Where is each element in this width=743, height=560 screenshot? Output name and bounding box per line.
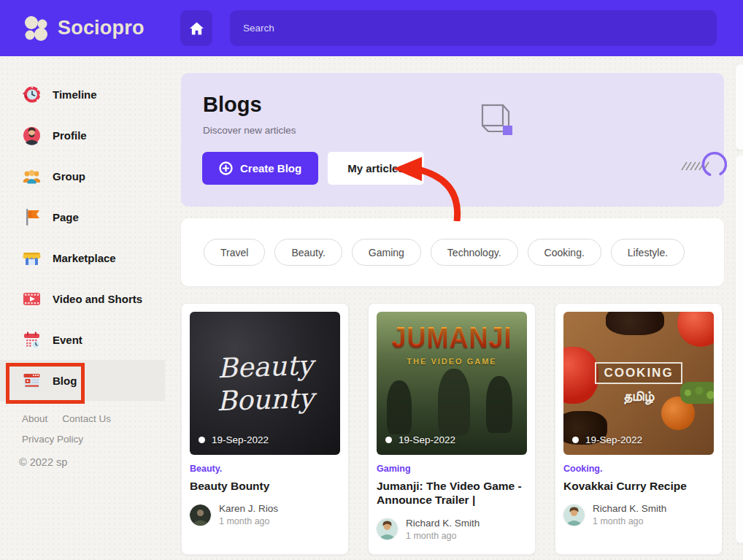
article-thumbnail: COOKING தமிழ் 19-Sep-2022 — [563, 312, 714, 455]
sidebar-item-label: Video and Shorts — [53, 293, 142, 305]
blogs-hero-card: Blogs Discover new articles Create Blog … — [181, 73, 724, 207]
brand-logo[interactable]: Sociopro — [20, 0, 145, 56]
sidebar-item-label: Profile — [53, 129, 87, 142]
article-date: 19-Sep-2022 — [385, 434, 455, 445]
article-title[interactable]: Kovakkai Curry Recipe — [563, 479, 714, 493]
app-header: Sociopro — [0, 0, 743, 56]
thumbnail-figure — [680, 382, 714, 404]
thumbnail-figure — [438, 369, 470, 436]
thumbnail-figure — [563, 347, 598, 404]
page-title: Blogs — [203, 93, 262, 117]
article-time-ago: 1 month ago — [593, 516, 666, 526]
thumbnail-subtext: THE VIDEO GAME — [377, 357, 527, 366]
sidebar-nav: Timeline Profile Group — [0, 74, 181, 401]
thumbnail-text: Beauty — [217, 350, 313, 385]
article-card[interactable]: JUMANJI THE VIDEO GAME 19-Sep-2022 Gamin… — [368, 303, 536, 555]
sidebar-item-blog[interactable]: Blog — [0, 360, 165, 401]
brand-name: Sociopro — [58, 17, 145, 39]
article-thumbnail: Beauty Bounty 19-Sep-2022 — [190, 312, 340, 455]
sidebar-item-label: Group — [53, 170, 85, 183]
bullet-dot-icon — [572, 437, 579, 443]
article-card[interactable]: Beauty Bounty 19-Sep-2022 Beauty. Beauty… — [181, 303, 349, 555]
article-time-ago: 1 month ago — [219, 516, 278, 526]
bullet-dot-icon — [199, 437, 205, 443]
sidebar-item-video-and-shorts[interactable]: Video and Shorts — [0, 278, 165, 319]
sidebar-item-label: Page — [53, 211, 79, 223]
home-icon — [190, 22, 204, 35]
article-author-row: Karen J. Rios 1 month ago — [190, 503, 340, 526]
contact-us-link[interactable]: Contact Us — [62, 413, 111, 424]
my-articles-button[interactable]: My articles — [328, 152, 424, 185]
sidebar-item-label: Blog — [53, 375, 77, 387]
article-thumbnail: JUMANJI THE VIDEO GAME 19-Sep-2022 — [377, 312, 527, 455]
article-author-row: Richard K. Smith 1 month ago — [377, 518, 527, 541]
author-avatar — [563, 505, 585, 526]
right-edge-partial-card — [736, 64, 743, 150]
squiggle-decoration — [679, 148, 727, 185]
article-category[interactable]: Gaming — [377, 464, 527, 474]
timeline-clock-icon — [22, 85, 42, 104]
thumbnail-figure — [387, 380, 412, 434]
sidebar-item-event[interactable]: Event — [0, 319, 165, 360]
thumbnail-figure — [606, 312, 664, 335]
sidebar-item-label: Timeline — [53, 88, 97, 101]
sociopro-logo-icon — [20, 13, 51, 44]
article-category[interactable]: Beauty. — [190, 464, 340, 474]
sidebar-item-group[interactable]: Group — [0, 156, 165, 196]
article-date: 19-Sep-2022 — [572, 434, 642, 445]
category-pill-gaming[interactable]: Gaming — [352, 239, 421, 266]
thumbnail-text: Bounty — [216, 383, 314, 418]
right-edge-partial-card — [736, 155, 743, 543]
blog-window-icon — [22, 371, 42, 391]
page-subtitle: Discover new articles — [203, 125, 296, 136]
category-pill-lifestyle[interactable]: Lifestyle. — [611, 239, 685, 266]
author-name[interactable]: Karen J. Rios — [219, 503, 278, 514]
sidebar-item-label: Event — [53, 334, 82, 346]
article-date: 19-Sep-2022 — [199, 434, 269, 445]
thumbnail-figure — [677, 312, 714, 347]
article-category[interactable]: Cooking. — [563, 464, 714, 474]
cube-decoration-icon — [475, 102, 515, 139]
sidebar-item-page[interactable]: Page — [0, 196, 165, 237]
sidebar-item-marketplace[interactable]: Marketplace — [0, 237, 165, 278]
sidebar-item-timeline[interactable]: Timeline — [0, 74, 165, 115]
copyright-text: © 2022 sp — [19, 456, 67, 468]
categories-card: Travel Beauty. Gaming Technology. Cookin… — [181, 218, 724, 286]
sidebar-item-label: Marketplace — [53, 252, 116, 264]
article-title[interactable]: Jumanji: The Video Game - Announce Trail… — [377, 479, 527, 507]
sidebar-item-profile[interactable]: Profile — [0, 115, 165, 156]
article-title[interactable]: Beauty Bounty — [190, 479, 340, 493]
thumbnail-text: COOKING — [595, 362, 682, 384]
thumbnail-text: JUMANJI — [377, 320, 527, 355]
author-avatar — [377, 518, 398, 540]
author-avatar — [190, 505, 211, 526]
page-flag-icon — [22, 207, 42, 227]
plus-circle-icon — [219, 161, 233, 175]
thumbnail-figure — [486, 376, 512, 433]
bullet-dot-icon — [385, 437, 392, 443]
profile-avatar-icon — [22, 126, 42, 145]
privacy-policy-link[interactable]: Privacy Policy — [22, 434, 83, 445]
page-background: Sociopro Timeline — [0, 0, 743, 560]
my-articles-label: My articles — [347, 162, 404, 174]
category-pill-cooking[interactable]: Cooking. — [528, 239, 601, 266]
article-card[interactable]: COOKING தமிழ் 19-Sep-2022 Cooking. Kovak… — [555, 303, 723, 555]
about-link[interactable]: About — [22, 413, 47, 424]
create-blog-button[interactable]: Create Blog — [202, 152, 318, 185]
group-people-icon — [22, 166, 42, 186]
video-player-icon — [22, 289, 42, 309]
home-button[interactable] — [180, 10, 212, 46]
search-input[interactable] — [230, 10, 717, 46]
category-pill-travel[interactable]: Travel — [204, 239, 265, 266]
author-name[interactable]: Richard K. Smith — [406, 518, 480, 529]
marketplace-stall-icon — [22, 248, 42, 268]
category-pill-beauty[interactable]: Beauty. — [274, 239, 342, 266]
event-calendar-icon — [22, 330, 42, 350]
article-author-row: Richard K. Smith 1 month ago — [563, 503, 714, 526]
article-time-ago: 1 month ago — [406, 531, 480, 541]
category-pill-technology[interactable]: Technology. — [431, 239, 518, 266]
create-blog-label: Create Blog — [240, 162, 301, 174]
sidebar-footer: About Contact Us Privacy Policy — [22, 413, 111, 445]
author-name[interactable]: Richard K. Smith — [593, 503, 666, 514]
thumbnail-subtext: தமிழ் — [623, 388, 655, 404]
